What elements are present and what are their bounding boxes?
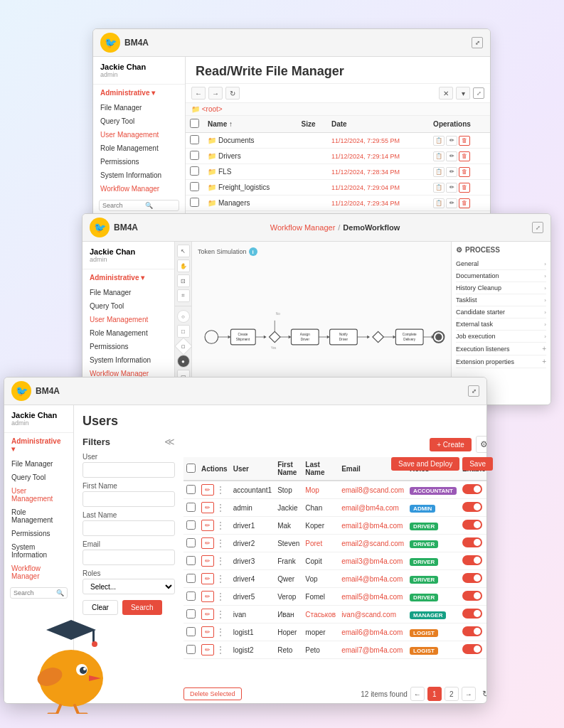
enabled-toggle[interactable] <box>462 502 482 512</box>
enabled-toggle[interactable] <box>462 573 482 583</box>
user-edit-btn[interactable]: ✏ <box>201 573 214 584</box>
users-sidebar-rolemgmt[interactable]: Role Management <box>4 505 73 527</box>
panel-documentation[interactable]: Documentation› <box>456 270 546 282</box>
users-sidebar-querytool[interactable]: Query Tool <box>4 471 73 484</box>
file-op-edit[interactable]: ✏ <box>446 151 457 161</box>
tool-circle[interactable]: ○ <box>177 310 190 323</box>
user-checkbox[interactable] <box>186 485 196 494</box>
table-refresh-btn[interactable]: ↻ <box>479 687 487 701</box>
breadcrumb-parent[interactable]: Workflow Manager <box>270 223 336 232</box>
filter-roles-select[interactable]: Select... ACCOUNTANT ADMIN DRIVER MANAGE… <box>83 579 175 594</box>
file-op-edit[interactable]: ✏ <box>446 183 457 193</box>
refresh-button[interactable]: ↻ <box>225 87 240 100</box>
sidebar-item-rolemgmt[interactable]: Role Management <box>93 141 185 155</box>
user-edit-btn[interactable]: ✏ <box>201 502 214 513</box>
save-button[interactable]: Save <box>462 457 493 471</box>
user-checkbox[interactable] <box>186 627 196 636</box>
file-op-copy[interactable]: 📋 <box>433 183 445 193</box>
user-checkbox[interactable] <box>186 574 196 583</box>
file-op-delete[interactable]: 🗑 <box>459 198 470 208</box>
users-sidebar-filemanager[interactable]: File Manager <box>4 457 73 471</box>
user-checkbox[interactable] <box>186 645 196 654</box>
create-button[interactable]: + Create <box>430 438 472 451</box>
user-more-btn[interactable]: ⋮ <box>216 484 225 496</box>
tool-diamond[interactable]: ◇ <box>174 337 192 355</box>
file-op-copy[interactable]: 📋 <box>433 198 445 208</box>
clear-button[interactable]: Clear <box>83 600 118 615</box>
tool-lasso[interactable]: ⊡ <box>177 274 190 287</box>
sidebar-item-workflow[interactable]: Workflow Manager <box>93 182 185 196</box>
users-select-all[interactable] <box>186 464 196 473</box>
file-op-delete[interactable]: 🗑 <box>459 167 470 177</box>
file-op-edit[interactable]: ✏ <box>446 198 457 208</box>
file-op-copy[interactable]: 📋 <box>433 136 445 146</box>
enabled-toggle[interactable] <box>462 520 482 530</box>
user-checkbox[interactable] <box>186 609 196 619</box>
user-edit-btn[interactable]: ✏ <box>201 484 214 496</box>
user-more-btn[interactable]: ⋮ <box>216 573 225 584</box>
search-button[interactable]: Search <box>122 600 162 615</box>
file-checkbox[interactable] <box>190 166 199 176</box>
file-op-copy[interactable]: 📋 <box>433 167 445 177</box>
user-checkbox[interactable] <box>186 503 196 512</box>
panel-tasklist[interactable]: Tasklist› <box>456 294 546 306</box>
user-more-btn[interactable]: ⋮ <box>216 520 225 531</box>
enabled-toggle[interactable] <box>462 537 482 547</box>
sidebar-item-querytool[interactable]: Query Tool <box>93 114 185 128</box>
user-edit-btn[interactable]: ✏ <box>201 591 214 602</box>
user-checkbox[interactable] <box>186 520 196 530</box>
tool-cursor[interactable]: ↖ <box>177 245 190 257</box>
file-op-edit[interactable]: ✏ <box>446 167 457 177</box>
sidebar-item-usermgmt[interactable]: User Management <box>93 128 185 141</box>
user-checkbox[interactable] <box>186 556 196 565</box>
wf-sidebar-rolemgmt[interactable]: Role Management <box>83 326 174 340</box>
file-checkbox[interactable] <box>190 198 199 207</box>
filter-firstname-input[interactable] <box>83 491 175 507</box>
sidebar-item-permissions[interactable]: Permissions <box>93 155 185 168</box>
sidebar-item-sysinfo[interactable]: System Information <box>93 168 185 182</box>
file-op-copy[interactable]: 📋 <box>433 151 445 161</box>
users-search-input[interactable] <box>14 589 56 596</box>
enabled-toggle[interactable] <box>462 484 482 494</box>
panel-job-execution[interactable]: Job execution› <box>456 331 546 343</box>
user-edit-btn[interactable]: ✏ <box>201 555 214 567</box>
tool-filled-circle[interactable]: ● <box>177 355 190 368</box>
user-edit-btn[interactable]: ✏ <box>201 609 214 620</box>
expand-icon[interactable]: ⤢ <box>472 37 483 48</box>
sidebar-item-filemanager[interactable]: File Manager <box>93 101 185 114</box>
enabled-toggle[interactable] <box>462 591 482 601</box>
user-more-btn[interactable]: ⋮ <box>216 626 225 638</box>
user-more-btn[interactable]: ⋮ <box>216 555 225 567</box>
users-sidebar-workflow[interactable]: Workflow Manager <box>4 562 73 583</box>
filter-email-input[interactable] <box>83 550 175 565</box>
panel-execution-listeners[interactable]: Execution listeners+ <box>456 343 546 355</box>
delete-selected-button[interactable]: Delete Selected <box>183 687 242 700</box>
users-sidebar-usermgmt[interactable]: User Management <box>4 484 73 505</box>
user-more-btn[interactable]: ⋮ <box>216 502 225 513</box>
wf-sidebar-permissions[interactable]: Permissions <box>83 340 174 353</box>
back-button[interactable]: ← <box>191 87 206 100</box>
dropdown-btn[interactable]: ▾ <box>456 87 470 100</box>
users-fullscreen-btn[interactable]: ⤢ <box>468 385 479 397</box>
user-edit-btn[interactable]: ✏ <box>201 520 214 531</box>
fullscreen-btn[interactable]: ⤢ <box>473 87 484 99</box>
user-edit-btn[interactable]: ✏ <box>201 626 214 638</box>
page-1-btn[interactable]: 1 <box>427 687 442 701</box>
select-all-checkbox[interactable] <box>190 119 199 128</box>
file-op-delete[interactable]: 🗑 <box>459 136 470 146</box>
panel-general[interactable]: General› <box>456 258 546 270</box>
file-op-edit[interactable]: ✏ <box>446 136 457 146</box>
enabled-toggle[interactable] <box>462 609 482 619</box>
enabled-toggle[interactable] <box>462 644 482 654</box>
file-op-delete[interactable]: 🗑 <box>459 183 470 193</box>
wf-fullscreen-btn[interactable]: ⤢ <box>532 222 543 233</box>
prev-page-btn[interactable]: ← <box>410 687 425 701</box>
tool-connector[interactable]: ⌗ <box>177 289 190 302</box>
users-sidebar-permissions[interactable]: Permissions <box>4 527 73 540</box>
file-checkbox[interactable] <box>190 182 199 191</box>
panel-external-task[interactable]: External task› <box>456 318 546 331</box>
tool-hand[interactable]: ✋ <box>177 259 190 272</box>
close-path-btn[interactable]: ✕ <box>439 87 453 100</box>
panel-extension-props[interactable]: Extension properties+ <box>456 355 546 368</box>
panel-candidate-starter[interactable]: Candidate starter› <box>456 306 546 318</box>
